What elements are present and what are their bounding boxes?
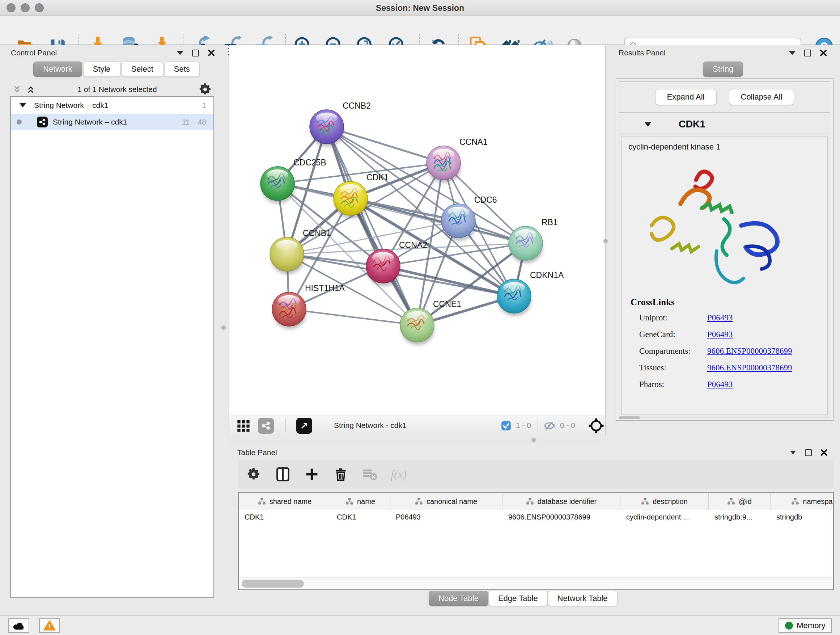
panel-menu-icon[interactable] (789, 51, 796, 55)
birds-eye-toggle-icon[interactable] (588, 418, 604, 435)
panel-float-icon[interactable] (804, 50, 811, 57)
network-selection-summary: 1 of 1 Network selected (35, 85, 199, 94)
hidden-eye-icon[interactable] (543, 420, 557, 432)
collapse-all-icon[interactable] (12, 85, 22, 94)
network-edge-count: 48 (198, 118, 206, 126)
panel-menu-icon[interactable] (177, 51, 183, 55)
node-label: CDC25B (294, 158, 326, 167)
network-view-title: String Network - cdk1 (334, 421, 407, 430)
column-type-icon (258, 497, 266, 505)
tab-style[interactable]: Style (83, 62, 120, 77)
network-node-CDK1[interactable]: CDK1 (333, 173, 388, 218)
detach-view-icon[interactable] (296, 418, 312, 434)
tab-node-table[interactable]: Node Table (429, 591, 488, 606)
bottom-splitter-handle[interactable] (531, 438, 536, 442)
network-node-CDKN1A[interactable]: CDKN1A (497, 271, 564, 316)
tab-sets[interactable]: Sets (164, 62, 200, 77)
collapse-all-button[interactable]: Collapse All (729, 89, 794, 105)
expand-all-icon[interactable] (26, 85, 35, 94)
column-header[interactable]: description (621, 493, 709, 510)
crosslink-row: Pharos:P06493 (630, 376, 822, 393)
grid-view-icon[interactable] (236, 418, 251, 433)
tab-edge-table[interactable]: Edge Table (488, 591, 548, 606)
network-edge[interactable] (289, 309, 417, 325)
crosslinks-title: CrossLinks (630, 297, 822, 307)
right-splitter-handle[interactable] (603, 239, 608, 243)
panel-close-icon[interactable] (208, 49, 215, 57)
show-columns-icon[interactable] (275, 466, 291, 482)
gene-card-header[interactable]: CDK1 (619, 115, 830, 134)
column-type-icon (526, 497, 534, 505)
table-hscrollbar[interactable] (239, 577, 833, 589)
table-cell[interactable]: stringdb:9... (709, 510, 771, 525)
crosslink-link[interactable]: 9606.ENSP00000378699 (707, 347, 792, 356)
panel-float-icon[interactable] (805, 449, 812, 456)
column-type-icon (727, 497, 735, 505)
tab-select[interactable]: Select (122, 62, 163, 77)
create-column-icon[interactable] (304, 466, 320, 482)
control-panel: Control Panel Network Style Select Sets … (0, 45, 228, 616)
panel-close-icon[interactable] (821, 449, 828, 456)
left-splitter-handle[interactable] (221, 325, 226, 330)
table-hscroll-thumb[interactable] (242, 580, 304, 587)
collection-expand-icon[interactable] (19, 103, 26, 108)
crosslink-link[interactable]: 9606.ENSP00000378699 (707, 363, 792, 372)
column-header[interactable]: shared name (239, 493, 331, 510)
node-gloss (447, 207, 469, 218)
network-node-CCNB2[interactable]: CCNB2 (309, 101, 371, 147)
panel-float-icon[interactable] (192, 50, 199, 57)
tab-network-table[interactable]: Network Table (548, 591, 617, 606)
network-edge[interactable] (327, 127, 444, 163)
column-header[interactable]: name (331, 493, 390, 510)
results-hscroll-thumb[interactable] (619, 416, 640, 419)
column-header[interactable]: @id (709, 493, 771, 510)
table-cell[interactable]: CDK1 (331, 510, 390, 525)
node-gloss (406, 311, 428, 322)
table-cell[interactable]: cyclin-dependent ... (621, 510, 709, 525)
network-node-HIST1H1A[interactable]: HIST1H1A (272, 283, 345, 329)
column-header[interactable]: namespac (771, 493, 834, 510)
network-collection-row[interactable]: String Network – cdk1 1 (11, 97, 213, 114)
crosslink-link[interactable]: P06493 (707, 380, 733, 389)
gene-card: CDK1 cyclin-dependent kinase 1 (619, 115, 830, 417)
network-canvas[interactable]: CCNB2CCNA1CDC25BCDK1CDC6RB1CCNB1CCNA2CDK… (229, 45, 606, 416)
network-options-gear-icon[interactable] (199, 83, 212, 96)
gene-collapse-icon[interactable] (645, 122, 651, 127)
selected-checkbox-icon[interactable] (501, 421, 511, 431)
network-edge[interactable] (327, 127, 417, 325)
crosslink-link[interactable]: P06493 (707, 313, 733, 323)
table-cell[interactable]: 9606.ENSP00000378699 (502, 510, 621, 525)
panel-menu-icon[interactable] (790, 451, 796, 454)
delete-column-trash-icon[interactable] (333, 466, 349, 482)
memory-button[interactable]: Memory (778, 618, 832, 633)
gene-name: CDK1 (679, 119, 706, 130)
table-cell[interactable]: stringdb (771, 510, 834, 525)
crosslink-label: Uniprot: (630, 313, 707, 323)
statusbar-separator (538, 418, 538, 433)
tab-network[interactable]: Network (33, 62, 82, 77)
node-gloss (316, 112, 338, 124)
table-options-gear-icon[interactable] (246, 466, 262, 482)
table-panel: Table Panel (229, 445, 840, 616)
table-row[interactable]: CDK1CDK1P064939606.ENSP00000378699cyclin… (239, 510, 833, 525)
tab-string[interactable]: String (703, 62, 743, 77)
expand-all-button[interactable]: Expand All (655, 89, 717, 105)
network-node-RB1[interactable]: RB1 (508, 218, 558, 263)
table-cell[interactable]: P06493 (390, 510, 502, 525)
node-gloss (267, 169, 288, 180)
column-header[interactable]: database identifier (502, 493, 621, 510)
network-row[interactable]: String Network – cdk1 11 48 (11, 114, 213, 130)
network-node-CCNA1[interactable]: CCNA1 (426, 137, 488, 183)
panel-close-icon[interactable] (820, 49, 827, 57)
network-view-icon[interactable] (258, 418, 274, 434)
table-cell[interactable]: CDK1 (239, 510, 331, 525)
warnings-button[interactable] (39, 618, 60, 633)
column-header[interactable]: canonical name (390, 493, 502, 510)
network-graph[interactable]: CCNB2CCNA1CDC25BCDK1CDC6RB1CCNB1CCNA2CDK… (229, 45, 605, 415)
crosslinks-list: Uniprot:P06493GeneCard:P06493Compartment… (630, 310, 822, 393)
column-type-icon (415, 497, 423, 505)
crosslink-link[interactable]: P06493 (707, 330, 733, 339)
cloud-status-button[interactable] (8, 618, 29, 633)
main-toolbar: ? (0, 16, 840, 45)
column-type-icon (791, 497, 799, 505)
